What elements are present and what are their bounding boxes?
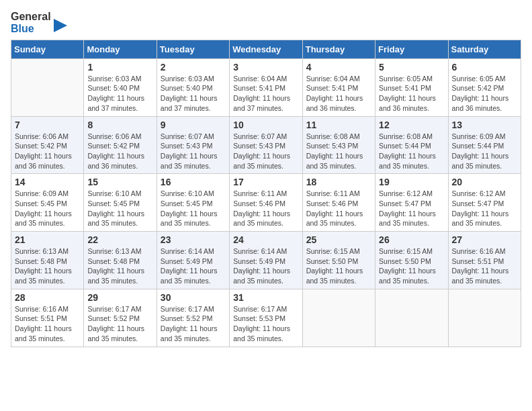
day-number: 22 [87,234,152,245]
day-info: Sunrise: 6:08 AM Sunset: 5:44 PM Dayligh… [379,132,444,171]
day-header-friday: Friday [375,40,448,58]
calendar-cell: 17Sunrise: 6:11 AM Sunset: 5:46 PM Dayli… [230,174,302,232]
calendar-cell: 18Sunrise: 6:11 AM Sunset: 5:46 PM Dayli… [302,174,375,232]
day-number: 28 [15,292,80,303]
calendar-cell: 23Sunrise: 6:14 AM Sunset: 5:49 PM Dayli… [157,232,229,289]
day-info: Sunrise: 6:13 AM Sunset: 5:48 PM Dayligh… [87,246,152,286]
calendar-cell: 22Sunrise: 6:13 AM Sunset: 5:48 PM Dayli… [84,232,157,289]
calendar-cell: 27Sunrise: 6:16 AM Sunset: 5:51 PM Dayli… [448,232,521,289]
calendar-cell: 8Sunrise: 6:06 AM Sunset: 5:42 PM Daylig… [84,116,157,174]
day-header-sunday: Sunday [11,40,84,58]
calendar-cell: 28Sunrise: 6:16 AM Sunset: 5:51 PM Dayli… [11,289,84,347]
day-info: Sunrise: 6:10 AM Sunset: 5:45 PM Dayligh… [87,189,152,228]
day-number: 23 [161,234,226,245]
day-number: 14 [15,177,80,187]
calendar-week-row: 7Sunrise: 6:06 AM Sunset: 5:42 PM Daylig… [11,116,521,174]
day-header-wednesday: Wednesday [230,40,302,58]
day-info: Sunrise: 6:05 AM Sunset: 5:41 PM Dayligh… [379,74,444,113]
calendar-week-row: 14Sunrise: 6:09 AM Sunset: 5:45 PM Dayli… [11,174,521,232]
logo-arrow-icon [54,13,67,32]
day-info: Sunrise: 6:07 AM Sunset: 5:43 PM Dayligh… [161,132,226,171]
day-number: 16 [161,177,226,187]
day-info: Sunrise: 6:17 AM Sunset: 5:52 PM Dayligh… [87,304,152,344]
day-number: 24 [233,234,298,245]
day-info: Sunrise: 6:10 AM Sunset: 5:45 PM Dayligh… [161,189,226,228]
day-number: 21 [15,234,80,245]
day-info: Sunrise: 6:09 AM Sunset: 5:45 PM Dayligh… [15,189,80,228]
calendar-cell [448,289,521,347]
calendar-cell: 24Sunrise: 6:14 AM Sunset: 5:49 PM Dayli… [230,232,302,289]
day-number: 15 [87,177,152,187]
day-info: Sunrise: 6:06 AM Sunset: 5:42 PM Dayligh… [87,132,152,171]
calendar-cell: 21Sunrise: 6:13 AM Sunset: 5:48 PM Dayli… [11,232,84,289]
logo-text: GeneralBlue [11,11,51,36]
day-number: 2 [161,62,226,73]
calendar-cell: 15Sunrise: 6:10 AM Sunset: 5:45 PM Dayli… [84,174,157,232]
day-info: Sunrise: 6:11 AM Sunset: 5:46 PM Dayligh… [233,189,298,228]
calendar-cell: 25Sunrise: 6:15 AM Sunset: 5:50 PM Dayli… [302,232,375,289]
calendar-cell: 7Sunrise: 6:06 AM Sunset: 5:42 PM Daylig… [11,116,84,174]
day-info: Sunrise: 6:14 AM Sunset: 5:49 PM Dayligh… [233,246,298,286]
day-number: 31 [233,292,298,303]
day-info: Sunrise: 6:13 AM Sunset: 5:48 PM Dayligh… [15,246,80,286]
calendar-cell: 19Sunrise: 6:12 AM Sunset: 5:47 PM Dayli… [375,174,448,232]
logo: GeneralBlue [11,11,67,36]
day-info: Sunrise: 6:11 AM Sunset: 5:46 PM Dayligh… [306,189,371,228]
calendar-cell: 4Sunrise: 6:04 AM Sunset: 5:41 PM Daylig… [302,58,375,116]
day-number: 10 [233,120,298,130]
day-number: 18 [306,177,371,187]
calendar-cell: 10Sunrise: 6:07 AM Sunset: 5:43 PM Dayli… [230,116,302,174]
day-info: Sunrise: 6:17 AM Sunset: 5:52 PM Dayligh… [161,304,226,344]
day-number: 17 [233,177,298,187]
day-info: Sunrise: 6:04 AM Sunset: 5:41 PM Dayligh… [233,74,298,113]
calendar-week-row: 28Sunrise: 6:16 AM Sunset: 5:51 PM Dayli… [11,289,521,347]
calendar-cell: 13Sunrise: 6:09 AM Sunset: 5:44 PM Dayli… [448,116,521,174]
calendar-cell: 12Sunrise: 6:08 AM Sunset: 5:44 PM Dayli… [375,116,448,174]
calendar-cell: 5Sunrise: 6:05 AM Sunset: 5:41 PM Daylig… [375,58,448,116]
day-number: 3 [233,62,298,73]
calendar-cell: 14Sunrise: 6:09 AM Sunset: 5:45 PM Dayli… [11,174,84,232]
day-number: 12 [379,120,444,130]
calendar-week-row: 21Sunrise: 6:13 AM Sunset: 5:48 PM Dayli… [11,232,521,289]
day-number: 19 [379,177,444,187]
calendar-cell: 29Sunrise: 6:17 AM Sunset: 5:52 PM Dayli… [84,289,157,347]
day-number: 9 [161,120,226,130]
day-info: Sunrise: 6:17 AM Sunset: 5:53 PM Dayligh… [233,304,298,344]
calendar-cell: 2Sunrise: 6:03 AM Sunset: 5:40 PM Daylig… [157,58,229,116]
day-number: 5 [379,62,444,73]
day-number: 11 [306,120,371,130]
day-number: 27 [452,234,517,245]
calendar-cell: 31Sunrise: 6:17 AM Sunset: 5:53 PM Dayli… [230,289,302,347]
calendar-cell: 30Sunrise: 6:17 AM Sunset: 5:52 PM Dayli… [157,289,229,347]
calendar-cell [11,58,84,116]
day-number: 7 [15,120,80,130]
day-number: 6 [452,62,517,73]
day-info: Sunrise: 6:12 AM Sunset: 5:47 PM Dayligh… [452,189,517,228]
day-number: 8 [87,120,152,130]
calendar-week-row: 1Sunrise: 6:03 AM Sunset: 5:40 PM Daylig… [11,58,521,116]
page-header: GeneralBlue [11,11,521,36]
day-info: Sunrise: 6:03 AM Sunset: 5:40 PM Dayligh… [87,74,152,113]
day-info: Sunrise: 6:05 AM Sunset: 5:42 PM Dayligh… [452,74,517,113]
calendar-table: SundayMondayTuesdayWednesdayThursdayFrid… [11,40,521,347]
calendar-cell: 20Sunrise: 6:12 AM Sunset: 5:47 PM Dayli… [448,174,521,232]
day-info: Sunrise: 6:06 AM Sunset: 5:42 PM Dayligh… [15,132,80,171]
day-number: 26 [379,234,444,245]
day-info: Sunrise: 6:09 AM Sunset: 5:44 PM Dayligh… [452,132,517,171]
day-number: 1 [87,62,152,73]
day-info: Sunrise: 6:16 AM Sunset: 5:51 PM Dayligh… [452,246,517,286]
calendar-cell: 16Sunrise: 6:10 AM Sunset: 5:45 PM Dayli… [157,174,229,232]
day-number: 20 [452,177,517,187]
day-header-thursday: Thursday [302,40,375,58]
day-info: Sunrise: 6:12 AM Sunset: 5:47 PM Dayligh… [379,189,444,228]
day-info: Sunrise: 6:15 AM Sunset: 5:50 PM Dayligh… [379,246,444,286]
day-header-tuesday: Tuesday [157,40,229,58]
day-header-saturday: Saturday [448,40,521,58]
day-number: 13 [452,120,517,130]
day-header-monday: Monday [84,40,157,58]
calendar-cell: 9Sunrise: 6:07 AM Sunset: 5:43 PM Daylig… [157,116,229,174]
day-info: Sunrise: 6:07 AM Sunset: 5:43 PM Dayligh… [233,132,298,171]
day-info: Sunrise: 6:14 AM Sunset: 5:49 PM Dayligh… [161,246,226,286]
day-number: 4 [306,62,371,73]
day-info: Sunrise: 6:04 AM Sunset: 5:41 PM Dayligh… [306,74,371,113]
